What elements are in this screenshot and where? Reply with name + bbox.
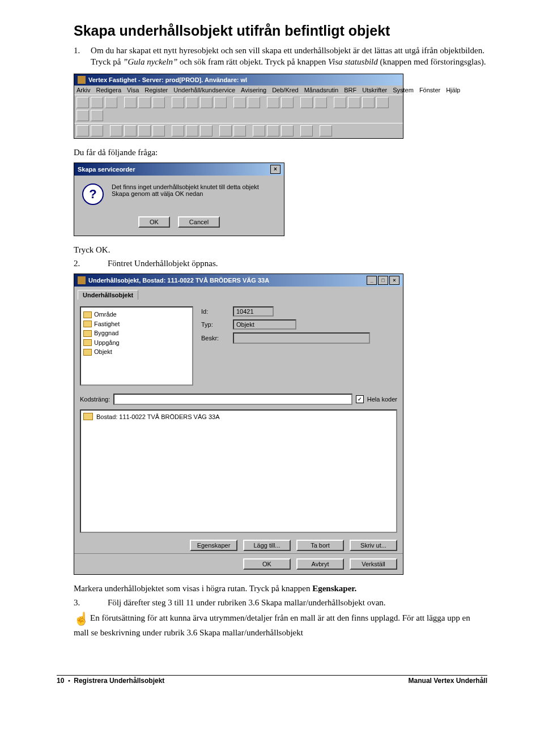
toolbar-btn[interactable] (76, 125, 89, 136)
menu-system[interactable]: System (393, 87, 414, 93)
menu-underhall[interactable]: Underhåll/kundservice (173, 87, 235, 93)
close-icon[interactable]: × (389, 276, 400, 285)
open-folder-icon (83, 413, 93, 420)
menu-brf[interactable]: BRF (344, 87, 356, 93)
toolbar-btn[interactable] (281, 125, 294, 136)
toolbar-btn[interactable] (186, 97, 198, 108)
ta-bort-button[interactable]: Ta bort (296, 540, 344, 551)
toolbar-btn[interactable] (124, 97, 137, 108)
hela-koder-checkbox[interactable]: ✓ (356, 395, 364, 403)
toolbar-btn[interactable] (314, 97, 327, 108)
kodstrang-input[interactable] (113, 394, 352, 405)
toolbar-btn[interactable] (248, 97, 260, 108)
app-icon (78, 76, 86, 84)
cancel-button[interactable]: Cancel (178, 216, 220, 228)
toolbar-btn[interactable] (76, 110, 89, 121)
toolbar-btn[interactable] (233, 97, 246, 108)
toolbar-btn[interactable] (267, 97, 279, 108)
step-2-number: 2. (74, 258, 108, 269)
toolbar-btn[interactable] (362, 97, 375, 108)
toolbar-btn[interactable] (110, 125, 122, 136)
egenskaper-button[interactable]: Egenskaper (190, 540, 237, 551)
toolbar-btn[interactable] (91, 110, 103, 121)
toolbar-btn[interactable] (124, 125, 137, 136)
objwin-titlebar: Underhållsobjekt, Bostad: 111-0022 TVÅ B… (74, 274, 403, 287)
typ-label: Typ: (201, 321, 230, 328)
verkstall-button[interactable]: Verkställ (350, 558, 397, 570)
dialog-titlebar: Skapa serviceorder × (74, 163, 284, 176)
page-title: Skapa underhållsobjekt utifrån befintlig… (74, 23, 487, 39)
toolbar-btn[interactable] (348, 97, 360, 108)
footer-right: Manual Vertex Underhåll (409, 677, 487, 685)
tab-underhallsobjekt[interactable]: Underhållsobjekt (78, 290, 138, 300)
toolbar-btn[interactable] (105, 97, 117, 108)
step-3-text: Följ därefter steg 3 till 11 under rubri… (108, 597, 386, 608)
mark-instruction: Markera underhållobjektet som visas i hö… (74, 583, 487, 594)
toolbar-btn[interactable] (320, 125, 332, 136)
toolbar-btn[interactable] (219, 125, 232, 136)
menu-utskrifter[interactable]: Utskrifter (362, 87, 387, 93)
step-1-number: 1. (74, 45, 91, 68)
toolbar-btn[interactable] (152, 125, 165, 136)
typ-field: Objekt (233, 319, 296, 330)
objwin-title: Underhållsobjekt, Bostad: 111-0022 TVÅ B… (88, 277, 269, 284)
close-icon[interactable]: × (270, 165, 280, 174)
minimize-icon[interactable]: _ (367, 276, 377, 285)
toolbar-btn[interactable] (253, 125, 265, 136)
dialog-line-2: Skapa genom att välja OK nedan (112, 190, 259, 197)
toolbar-btn[interactable] (281, 97, 294, 108)
menu-manadsrutin[interactable]: Månadsrutin (304, 87, 339, 93)
toolbar-btn[interactable] (91, 97, 103, 108)
egenskaper-bold: Egenskaper. (312, 584, 356, 593)
toolbar-btn[interactable] (172, 125, 184, 136)
footer-left: 10 ● Registrera Underhållsobjekt (57, 677, 164, 685)
ok-button[interactable]: OK (138, 216, 170, 228)
toolbar-btn[interactable] (138, 125, 151, 136)
tree-item: Uppgång (83, 338, 190, 348)
page-footer: 10 ● Registrera Underhållsobjekt Manual … (57, 675, 487, 685)
toolbar-btn[interactable] (334, 97, 346, 108)
toolbar-btn[interactable] (152, 97, 165, 108)
toolbar-btn[interactable] (233, 125, 246, 136)
prompt-text: Du får då följande fråga: (74, 147, 487, 158)
list-item[interactable]: Bostad: 111-0022 TVÅ BRÖDERS VÄG 33A (82, 412, 395, 421)
toolbar-btn[interactable] (214, 97, 227, 108)
toolbar-btn[interactable] (200, 97, 212, 108)
maximize-icon[interactable]: □ (378, 276, 388, 285)
menu-arkiv[interactable]: Arkiv (76, 87, 90, 93)
toolbar-btn[interactable] (172, 97, 184, 108)
toolbar-btn[interactable] (91, 125, 103, 136)
avbryt-button[interactable]: Avbryt (296, 558, 344, 570)
tree-panel: Område Fastighet Byggnad Uppgång Objekt (78, 303, 196, 388)
menu-fonster[interactable]: Fönster (419, 87, 440, 93)
tree-list[interactable]: Område Fastighet Byggnad Uppgång Objekt (80, 306, 193, 386)
tryck-ok: Tryck OK. (74, 244, 487, 255)
ok-button[interactable]: OK (243, 558, 291, 570)
folder-icon (83, 349, 92, 356)
lagg-till-button[interactable]: Lägg till... (243, 540, 291, 551)
toolbar-btn[interactable] (200, 125, 212, 136)
toolbar-btn[interactable] (186, 125, 198, 136)
question-icon: ? (82, 183, 104, 205)
menu-hjalp[interactable]: Hjälp (446, 87, 460, 93)
step-2: 2. Föntret Underhållobjekt öppnas. (74, 258, 487, 269)
skriv-ut-button[interactable]: Skriv ut... (350, 540, 397, 551)
toolbar-btn[interactable] (267, 125, 279, 136)
step-3-number: 3. (74, 597, 108, 608)
result-listbox[interactable]: Bostad: 111-0022 TVÅ BRÖDERS VÄG 33A (80, 409, 397, 533)
app-title: Vertex Fastighet - Server: prod[PROD]. A… (88, 76, 247, 83)
hela-koder-label: Hela koder (367, 396, 397, 403)
list-item-label: Bostad: 111-0022 TVÅ BRÖDERS VÄG 33A (96, 413, 219, 420)
toolbar-btn[interactable] (76, 97, 89, 108)
toolbar-btn[interactable] (138, 97, 151, 108)
menu-register[interactable]: Register (144, 87, 168, 93)
toolbar-btn[interactable] (300, 125, 313, 136)
details-panel: Id: 10421 Typ: Objekt Beskr: (196, 303, 400, 388)
menu-avisering[interactable]: Avisering (241, 87, 266, 93)
toolbar-btn[interactable] (300, 97, 313, 108)
kodstrang-label: Kodsträng: (80, 396, 110, 403)
toolbar-btn[interactable] (376, 97, 389, 108)
menu-visa[interactable]: Visa (127, 87, 139, 93)
menu-debkred[interactable]: Deb/Kred (272, 87, 298, 93)
menu-redigera[interactable]: Redigera (96, 87, 121, 93)
